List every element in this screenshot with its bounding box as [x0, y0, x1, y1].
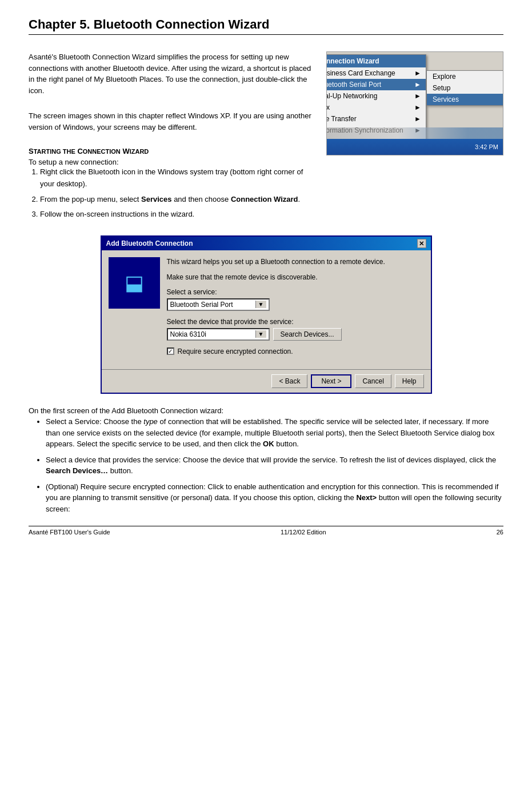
- step-3: Follow the on-screen instructions in the…: [40, 209, 315, 221]
- submenu-arrow: ►: [414, 115, 421, 123]
- submenu-explore[interactable]: Explore: [427, 71, 503, 82]
- back-button[interactable]: < Back: [271, 374, 307, 388]
- first-screen-section: On the first screen of the Add Bluetooth…: [29, 405, 503, 515]
- menu-title: Connection Wizard: [326, 55, 426, 67]
- dialog-intro-1: This wizard helps you set up a Bluetooth…: [167, 257, 424, 267]
- help-button[interactable]: Help: [395, 374, 424, 388]
- intro-paragraph-1: Asanté's Bluetooth Connection Wizard sim…: [29, 51, 315, 96]
- service-dropdown[interactable]: Bluetooth Serial Port ▼: [167, 298, 270, 311]
- dialog-icon-area: ⬓: [109, 257, 160, 309]
- taskbar: 3:42 PM: [327, 139, 503, 155]
- context-menu-screenshot: Connection Wizard Business Card Exchange…: [326, 51, 503, 224]
- device-label: Select the device that provide the servi…: [167, 318, 424, 326]
- service-value: Bluetooth Serial Port: [170, 301, 233, 309]
- submenu-setup[interactable]: Setup►: [427, 82, 503, 94]
- bullet-item-device: Select a device that provides the servic…: [46, 454, 503, 477]
- bluetooth-icon: ⬓: [125, 271, 144, 295]
- dialog-footer: < Back Next > Cancel Help: [102, 369, 431, 393]
- service-dropdown-arrow: ▼: [255, 301, 266, 308]
- chapter-title: Chapter 5. Bluetooth Connection Wizard: [29, 17, 503, 35]
- device-select-row: Nokia 6310i ▼ Search Devices...: [167, 328, 424, 341]
- bullet-item-service: Select a Service: Choose the type of con…: [46, 416, 503, 450]
- taskbar-clock: 3:42 PM: [470, 143, 498, 150]
- dialog-right-panel: This wizard helps you set up a Bluetooth…: [167, 257, 424, 362]
- taskbar-blurred: [327, 127, 503, 139]
- service-label: Select a service:: [167, 288, 424, 296]
- first-screen-intro: On the first screen of the Add Bluetooth…: [29, 405, 503, 417]
- setup-intro: To setup a new connection:: [29, 158, 315, 166]
- submenu-arrow: ►: [414, 92, 421, 100]
- dialog-body: ⬓ This wizard helps you set up a Bluetoo…: [102, 250, 431, 369]
- step-2: From the pop-up menu, select Services an…: [40, 194, 315, 206]
- footer-right: 26: [497, 529, 503, 536]
- services-submenu: Explore Setup► Services►: [426, 70, 503, 106]
- page-footer: Asanté FBT100 User's Guide 11/12/02 Edit…: [29, 526, 503, 536]
- dialog-title: Add Bluetooth Connection: [106, 239, 193, 247]
- add-bluetooth-dialog: Add Bluetooth Connection ✕ ⬓ This wizard…: [101, 235, 432, 394]
- dialog-intro-2: Make sure that the remote device is disc…: [167, 273, 424, 282]
- menu-item-business-card[interactable]: Business Card Exchange►: [326, 67, 426, 79]
- checkbox-label: Require secure encrypted connection.: [178, 347, 293, 355]
- search-devices-button[interactable]: Search Devices...: [273, 328, 342, 341]
- device-dropdown-arrow: ▼: [255, 330, 266, 338]
- secure-checkbox[interactable]: ✓: [167, 347, 174, 355]
- dialog-close-button[interactable]: ✕: [417, 239, 426, 248]
- steps-list: Right click the Bluetooth icon in the Wi…: [40, 166, 315, 221]
- service-select-row: Bluetooth Serial Port ▼: [167, 298, 424, 311]
- next-button[interactable]: Next >: [311, 374, 351, 388]
- menu-item-bluetooth-serial[interactable]: Bluetooth Serial Port►: [326, 79, 426, 90]
- submenu-arrow: ►: [414, 81, 421, 89]
- step-1: Right click the Bluetooth icon in the Wi…: [40, 166, 315, 190]
- footer-center: 11/12/02 Edition: [281, 529, 326, 536]
- intro-paragraph-2: The screen images shown in this chapter …: [29, 110, 315, 133]
- section-heading: STARTING THE CONNECTION WIZARD: [29, 147, 315, 155]
- secure-connection-row: ✓ Require secure encrypted connection.: [167, 347, 424, 355]
- dialog-titlebar: Add Bluetooth Connection ✕: [102, 237, 431, 250]
- submenu-arrow: ►: [414, 103, 421, 111]
- device-dropdown[interactable]: Nokia 6310i ▼: [167, 328, 270, 341]
- cancel-button[interactable]: Cancel: [355, 374, 391, 388]
- bullet-list: Select a Service: Choose the type of con…: [46, 416, 503, 514]
- menu-item-dialup[interactable]: Dial-Up Networking►: [326, 90, 426, 102]
- menu-item-fax[interactable]: Fax►: [326, 102, 426, 113]
- device-value: Nokia 6310i: [170, 330, 206, 338]
- footer-left: Asanté FBT100 User's Guide: [29, 529, 110, 536]
- bullet-item-optional: (Optional) Require secure encrypted conn…: [46, 481, 503, 515]
- submenu-arrow: ►: [414, 69, 421, 77]
- menu-item-file-transfer[interactable]: File Transfer►: [326, 113, 426, 125]
- submenu-services[interactable]: Services►: [427, 94, 503, 105]
